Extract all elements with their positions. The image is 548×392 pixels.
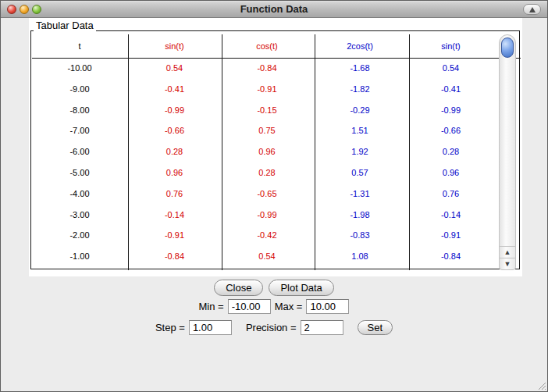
column-header: t bbox=[31, 34, 128, 58]
table-cell: 1.92 bbox=[313, 141, 407, 162]
table-cell: -9.00 bbox=[31, 79, 128, 100]
table-cell: -0.91 bbox=[128, 225, 221, 246]
table-cell: -0.14 bbox=[407, 205, 495, 226]
min-input[interactable] bbox=[228, 299, 271, 314]
column-header: 2cos(t) bbox=[313, 34, 407, 58]
table-cell: -0.99 bbox=[221, 205, 313, 226]
column-divider bbox=[222, 34, 222, 270]
table-cell: 0.76 bbox=[128, 184, 221, 205]
table-cell: 1.51 bbox=[313, 120, 407, 141]
table-row: -8.00-0.99-0.15-0.29-0.99 bbox=[31, 100, 497, 121]
table-row: -4.000.76-0.65-1.310.76 bbox=[31, 184, 497, 205]
step-input[interactable] bbox=[189, 320, 232, 335]
table-cell: 1.08 bbox=[313, 246, 407, 267]
max-input[interactable] bbox=[306, 299, 349, 314]
table-row: -2.00-0.91-0.42-0.83-0.91 bbox=[31, 225, 497, 246]
scroll-up-icon[interactable]: ▲ bbox=[500, 246, 515, 258]
table-cell: -0.66 bbox=[407, 120, 495, 141]
tabular-data-group-title: Tabular Data bbox=[34, 20, 96, 31]
set-button[interactable]: Set bbox=[358, 320, 393, 335]
button-row: Close Plot Data bbox=[1, 280, 547, 296]
min-label: Min = bbox=[199, 301, 224, 312]
table-cell: 0.96 bbox=[128, 162, 221, 184]
table-cell: -0.91 bbox=[407, 225, 495, 246]
precision-label: Precision = bbox=[246, 322, 297, 333]
table-cell: -0.14 bbox=[128, 205, 221, 226]
toolbar-alert-button[interactable] bbox=[523, 4, 541, 15]
table-row: -10.000.54-0.84-1.680.54 bbox=[31, 58, 497, 79]
table-row: -1.00-0.840.541.08-0.84 bbox=[31, 246, 497, 267]
step-label: Step = bbox=[155, 322, 185, 333]
warning-triangle-icon bbox=[529, 7, 536, 12]
table-cell: -0.84 bbox=[407, 246, 495, 267]
table-row: -6.000.280.961.920.28 bbox=[31, 141, 497, 162]
plot-data-button[interactable]: Plot Data bbox=[269, 280, 333, 296]
column-divider bbox=[315, 34, 315, 270]
table-row: -7.00-0.660.751.51-0.66 bbox=[31, 120, 497, 141]
min-max-row: Min = Max = bbox=[1, 298, 547, 314]
scroll-down-icon[interactable]: ▼ bbox=[500, 258, 515, 269]
table-cell: -6.00 bbox=[31, 141, 128, 162]
table-cell: -1.68 bbox=[313, 58, 407, 79]
header-underline bbox=[32, 58, 521, 59]
table-cell: -0.42 bbox=[221, 225, 313, 246]
table-cell: -0.15 bbox=[221, 100, 313, 121]
table-cell: -5.00 bbox=[31, 162, 128, 184]
table-header-row: tsin(t)cos(t)2cos(t)sin(t) bbox=[31, 34, 497, 58]
table-cell: 0.76 bbox=[407, 184, 495, 205]
table-cell: -1.82 bbox=[313, 79, 407, 100]
step-precision-row: Step = Precision = Set bbox=[1, 319, 547, 335]
table-cell: -0.65 bbox=[221, 184, 313, 205]
table-cell: -1.98 bbox=[313, 205, 407, 226]
data-table: tsin(t)cos(t)2cos(t)sin(t) -10.000.54-0.… bbox=[31, 34, 497, 269]
column-header: cos(t) bbox=[221, 34, 313, 58]
table-cell: -8.00 bbox=[31, 100, 128, 121]
table-cell: -10.00 bbox=[31, 58, 128, 79]
table-cell: 0.28 bbox=[128, 141, 221, 162]
table-cell: 0.96 bbox=[407, 162, 495, 184]
table-row: -5.000.960.280.570.96 bbox=[31, 162, 497, 184]
close-button[interactable]: Close bbox=[214, 280, 263, 296]
table-row: -3.00-0.14-0.99-1.98-0.14 bbox=[31, 205, 497, 226]
table-cell: -7.00 bbox=[31, 120, 128, 141]
table-cell: 0.96 bbox=[221, 141, 313, 162]
table-cell: 0.28 bbox=[407, 141, 495, 162]
table-cell: -3.00 bbox=[31, 205, 128, 226]
table-cell: -0.29 bbox=[313, 100, 407, 121]
table-cell: 0.54 bbox=[221, 246, 313, 267]
titlebar[interactable]: Function Data bbox=[1, 1, 547, 18]
table-cell: -0.99 bbox=[407, 100, 495, 121]
max-label: Max = bbox=[275, 301, 303, 312]
table-cell: 0.28 bbox=[221, 162, 313, 184]
table-cell: -0.84 bbox=[128, 246, 221, 267]
column-header: sin(t) bbox=[407, 34, 495, 58]
table-cell: -4.00 bbox=[31, 184, 128, 205]
function-data-window: Function Data Tabular Data tsin(t)cos(t)… bbox=[0, 0, 548, 392]
table-cell: 0.57 bbox=[313, 162, 407, 184]
scrollbar-arrows: ▲ ▼ bbox=[500, 246, 515, 269]
table-body: -10.000.54-0.84-1.680.54-9.00-0.41-0.91-… bbox=[31, 58, 497, 267]
vertical-scrollbar[interactable]: ▲ ▼ bbox=[499, 34, 516, 270]
table-cell: -1.31 bbox=[313, 184, 407, 205]
table-cell: 0.75 bbox=[221, 120, 313, 141]
table-cell: -0.84 bbox=[221, 58, 313, 79]
table-cell: -0.99 bbox=[128, 100, 221, 121]
table-cell: -2.00 bbox=[31, 225, 128, 246]
table-cell: -0.83 bbox=[313, 225, 407, 246]
table-cell: -1.00 bbox=[31, 246, 128, 267]
table-cell: 0.54 bbox=[407, 58, 495, 79]
precision-input[interactable] bbox=[301, 320, 343, 335]
resize-grip-icon[interactable] bbox=[536, 380, 546, 390]
table-cell: -0.66 bbox=[128, 120, 221, 141]
window-title: Function Data bbox=[1, 3, 547, 15]
column-divider bbox=[409, 34, 410, 270]
table-cell: -0.41 bbox=[407, 79, 495, 100]
table-cell: 0.54 bbox=[128, 58, 221, 79]
table-cell: -0.91 bbox=[221, 79, 313, 100]
tabular-data-panel: Tabular Data tsin(t)cos(t)2cos(t)sin(t) … bbox=[29, 18, 522, 276]
table-row: -9.00-0.41-0.91-1.82-0.41 bbox=[31, 79, 497, 100]
scrollbar-thumb[interactable] bbox=[501, 37, 514, 58]
table-cell: -0.41 bbox=[128, 79, 221, 100]
column-header: sin(t) bbox=[128, 34, 221, 58]
column-divider bbox=[128, 34, 129, 270]
